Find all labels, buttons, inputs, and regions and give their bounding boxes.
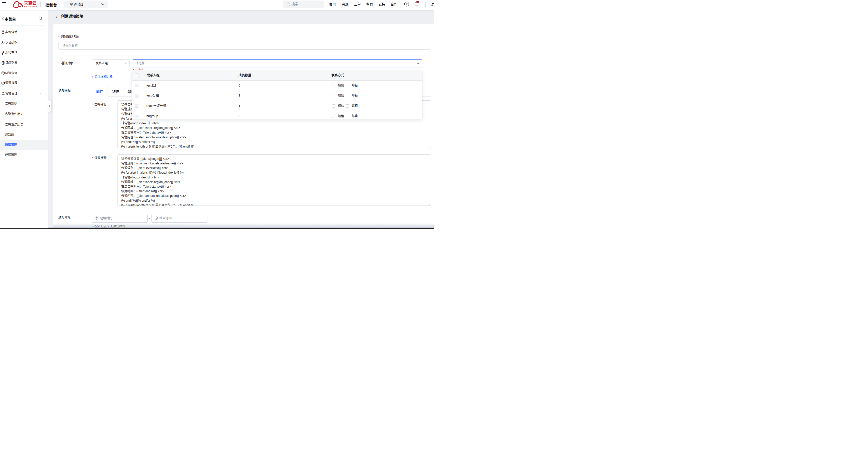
svg-text:?: ? <box>406 3 407 6</box>
